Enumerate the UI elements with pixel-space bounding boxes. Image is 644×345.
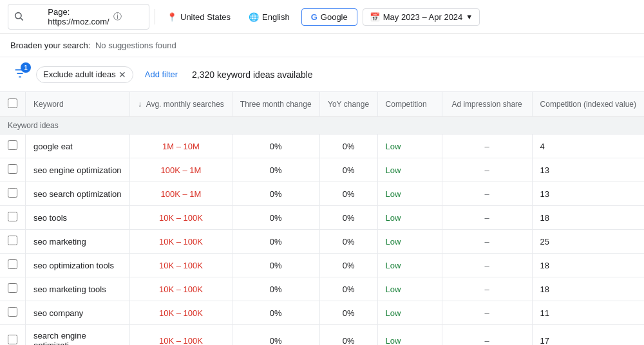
row-three-month: 0% xyxy=(232,254,319,277)
row-three-month: 0% xyxy=(232,230,319,254)
row-three-month: 0% xyxy=(232,277,319,301)
chevron-down-icon: ▼ xyxy=(466,13,473,21)
row-checkbox-cell[interactable] xyxy=(0,206,26,230)
row-three-month: 0% xyxy=(232,301,319,325)
engine-label: Google xyxy=(321,12,348,22)
row-checkbox[interactable] xyxy=(8,140,17,150)
row-monthly: 10K – 100K xyxy=(129,277,232,301)
location-filter[interactable]: 📍 United States xyxy=(160,9,237,25)
row-keyword: seo engine optimization xyxy=(26,158,130,182)
filter-icon-button[interactable]: 1 xyxy=(10,64,30,85)
google-icon: G xyxy=(311,12,317,22)
row-monthly: 100K – 1M xyxy=(129,158,232,182)
broaden-label: Broaden your search: xyxy=(10,41,90,50)
row-checkbox[interactable] xyxy=(8,283,17,293)
table-row: seo search optimization 100K – 1M 0% 0% … xyxy=(0,182,644,206)
add-filter-button[interactable]: Add filter xyxy=(140,67,183,82)
keyword-count: 2,320 keyword ideas available xyxy=(192,70,313,80)
row-keyword: seo marketing xyxy=(26,230,130,254)
row-checkbox-cell[interactable] xyxy=(0,325,26,346)
th-ad-impression: Ad impression share xyxy=(442,92,532,117)
top-bar: Page: https://moz.com/ ⓘ 📍 United States… xyxy=(0,0,644,34)
row-checkbox[interactable] xyxy=(8,236,17,245)
adult-ideas-chip[interactable]: Exclude adult ideas ✕ xyxy=(36,66,133,83)
row-checkbox[interactable] xyxy=(8,188,17,198)
info-icon[interactable]: ⓘ xyxy=(113,11,144,23)
row-checkbox-cell[interactable] xyxy=(0,301,26,325)
row-ad-impression: – xyxy=(442,277,532,301)
search-box: Page: https://moz.com/ ⓘ xyxy=(8,4,149,30)
row-yoy: 0% xyxy=(319,230,377,254)
row-monthly: 10K – 100K xyxy=(129,254,232,277)
table-row: seo company 10K – 100K 0% 0% Low – 11 xyxy=(0,301,644,325)
keyword-table: Keyword ↓ Avg. monthly searches Three mo… xyxy=(0,92,644,345)
row-yoy: 0% xyxy=(319,158,377,182)
filter-badge: 1 xyxy=(21,62,31,73)
translate-icon: 🌐 xyxy=(249,12,259,22)
row-yoy: 0% xyxy=(319,301,377,325)
row-competition: Low xyxy=(377,158,442,182)
row-keyword: seo tools xyxy=(26,206,130,230)
row-checkbox[interactable] xyxy=(8,212,17,221)
row-checkbox[interactable] xyxy=(8,335,17,344)
row-monthly: 10K – 100K xyxy=(129,206,232,230)
row-keyword: seo optimization tools xyxy=(26,254,130,277)
row-comp-idx: 18 xyxy=(532,254,644,277)
row-yoy: 0% xyxy=(319,254,377,277)
row-competition: Low xyxy=(377,254,442,277)
row-ad-impression: – xyxy=(442,301,532,325)
filter-row: 1 Exclude adult ideas ✕ Add filter 2,320… xyxy=(0,57,644,92)
row-comp-idx: 18 xyxy=(532,206,644,230)
table-row: seo engine optimization 100K – 1M 0% 0% … xyxy=(0,158,644,182)
row-checkbox-cell[interactable] xyxy=(0,254,26,277)
table-row: seo marketing tools 10K – 100K 0% 0% Low… xyxy=(0,277,644,301)
row-monthly: 10K – 100K xyxy=(129,301,232,325)
broaden-value: No suggestions found xyxy=(95,41,176,50)
row-competition: Low xyxy=(377,135,442,158)
row-checkbox-cell[interactable] xyxy=(0,277,26,301)
row-ad-impression: – xyxy=(442,158,532,182)
row-ad-impression: – xyxy=(442,254,532,277)
table-row: seo marketing 10K – 100K 0% 0% Low – 25 xyxy=(0,230,644,254)
search-icon xyxy=(14,11,44,23)
row-comp-idx: 13 xyxy=(532,182,644,206)
th-yoy-change: YoY change xyxy=(319,92,377,117)
row-comp-idx: 25 xyxy=(532,230,644,254)
row-three-month: 0% xyxy=(232,135,319,158)
date-range-picker[interactable]: 📅 May 2023 – Apr 2024 ▼ xyxy=(363,8,480,26)
row-checkbox[interactable] xyxy=(8,164,17,174)
row-comp-idx: 18 xyxy=(532,277,644,301)
row-monthly: 100K – 1M xyxy=(129,182,232,206)
row-competition: Low xyxy=(377,301,442,325)
row-checkbox[interactable] xyxy=(8,259,17,269)
select-all-checkbox[interactable] xyxy=(8,98,17,108)
row-three-month: 0% xyxy=(232,206,319,230)
th-monthly-searches[interactable]: ↓ Avg. monthly searches xyxy=(129,92,232,117)
row-competition: Low xyxy=(377,277,442,301)
row-competition: Low xyxy=(377,325,442,346)
row-checkbox-cell[interactable] xyxy=(0,135,26,158)
calendar-icon: 📅 xyxy=(370,12,380,22)
row-competition: Low xyxy=(377,182,442,206)
row-keyword: seo search optimization xyxy=(26,182,130,206)
row-checkbox-cell[interactable] xyxy=(0,182,26,206)
th-three-month-change: Three month change xyxy=(232,92,319,117)
row-three-month: 0% xyxy=(232,325,319,346)
row-ad-impression: – xyxy=(442,230,532,254)
engine-selector[interactable]: G Google xyxy=(301,8,357,26)
language-filter[interactable]: 🌐 English xyxy=(242,9,296,25)
table-row: seo optimization tools 10K – 100K 0% 0% … xyxy=(0,254,644,277)
row-ad-impression: – xyxy=(442,206,532,230)
th-keyword: Keyword xyxy=(26,92,130,117)
th-select-all[interactable] xyxy=(0,92,26,117)
chip-close-icon[interactable]: ✕ xyxy=(118,70,126,80)
date-range-label: May 2023 – Apr 2024 xyxy=(383,12,463,22)
row-three-month: 0% xyxy=(232,158,319,182)
divider xyxy=(155,9,155,24)
row-checkbox[interactable] xyxy=(8,307,17,317)
row-monthly: 1M – 10M xyxy=(129,135,232,158)
row-three-month: 0% xyxy=(232,182,319,206)
row-keyword: seo marketing tools xyxy=(26,277,130,301)
row-checkbox-cell[interactable] xyxy=(0,230,26,254)
row-checkbox-cell[interactable] xyxy=(0,158,26,182)
